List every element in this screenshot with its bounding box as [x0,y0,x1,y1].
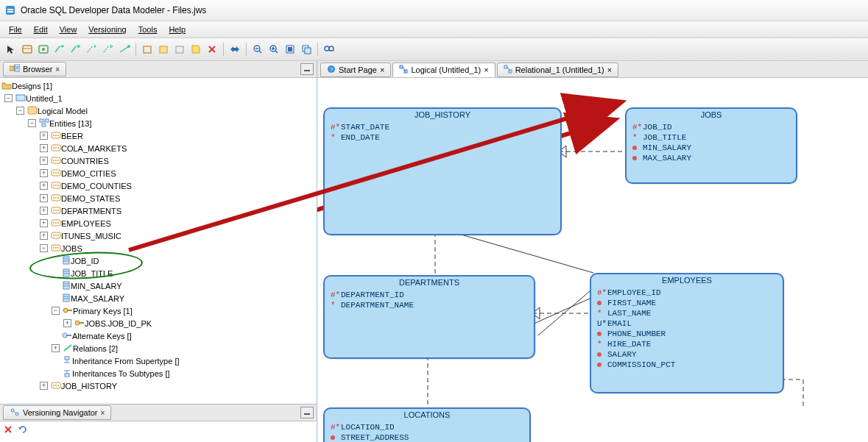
rel1-icon[interactable] [53,43,66,56]
tab-start[interactable]: ?Start Page× [320,63,391,77]
svg-point-70 [57,210,59,211]
tree-attr-minsalary[interactable]: MIN_SALARY [0,279,317,292]
fit-icon[interactable] [283,43,297,56]
menu-versioning[interactable]: Versioning [82,23,132,36]
svg-point-68 [53,210,54,211]
entity-icon [51,206,61,216]
versioning-panel: Versioning Navigator × [0,404,317,442]
tab-relational[interactable]: Relational_1 (Untitled_1)× [497,63,619,77]
tree-attr-jobtitle[interactable]: JOB_TITLE [0,267,317,279]
tree-ak[interactable]: Alternate Keys [] [0,329,317,342]
search-icon[interactable] [322,43,336,56]
copy-icon[interactable] [300,43,313,56]
rel2-icon[interactable] [69,43,82,56]
left-panel: Browser × Designs [1] − Untitled_1 − Log… [0,61,317,442]
zoom-out-icon[interactable] [251,43,264,56]
entity-employees[interactable]: EMPLOYEES #*EMPLOYEE_ID FIRST_NAME *LAST… [590,273,784,393]
minimize-icon[interactable] [300,407,314,418]
note-icon[interactable] [189,43,202,56]
tree-inh-super[interactable]: Inheritance From Supertype [] [0,354,317,367]
tab-logical[interactable]: Logical (Untitled_1)× [392,63,495,77]
close-icon[interactable]: × [380,65,384,74]
tree-entity-cola[interactable]: + COLA_MARKETS [0,142,317,154]
entity-locations[interactable]: LOCATIONS #*LOCATION_ID STREET_ADDRESS P… [323,407,531,442]
svg-point-110 [55,385,57,386]
logical-icon [27,106,38,116]
app-icon [4,4,16,16]
svg-rect-14 [176,46,183,53]
tree-entity-demo-counties[interactable]: + DEMO_COUNTIES [0,179,317,192]
key-icon [62,331,72,341]
menu-help[interactable]: Help [163,23,191,36]
entity-icon [51,243,61,254]
entity-title: LOCATIONS [325,409,529,421]
browser-tab-label: Browser [23,65,52,74]
entity-jobs[interactable]: JOBS #*JOB_ID *JOB_TITLE MIN_SALARY MAX_… [625,107,797,184]
browser-tree[interactable]: Designs [1] − Untitled_1 − Logical Model… [0,78,317,404]
rel5-icon[interactable] [118,43,131,56]
refresh-icon[interactable] [18,424,28,436]
box2-icon[interactable] [157,43,170,56]
close-icon[interactable]: × [55,65,60,74]
svg-rect-98 [79,322,84,324]
delete-icon[interactable] [3,424,13,436]
tree-entity-jobhistory[interactable]: + JOB_HISTORY [0,379,317,392]
column-icon [62,281,71,291]
zoom-in-icon[interactable] [267,43,280,56]
tree-attr-jobid[interactable]: JOB_ID [0,254,317,267]
tree-logical[interactable]: − Logical Model [0,104,317,117]
svg-point-82 [57,247,59,249]
svg-point-73 [55,222,57,224]
entity-departments[interactable]: DEPARTMENTS #*DEPARTMENT_ID *DEPARTMENT_… [323,275,535,359]
tree-pk[interactable]: − Primary Keys [1] [0,304,317,317]
tree-entity-jobs[interactable]: − JOBS [0,242,317,254]
entity-icon [51,143,61,154]
menu-tools[interactable]: Tools [133,23,163,36]
entity-icon[interactable] [21,43,34,56]
diagram-canvas[interactable]: JOB_HISTORY #*START_DATE *END_DATE JOBS … [317,78,868,442]
tree-entity-countries[interactable]: + COUNTRIES [0,154,317,167]
entity-job-history[interactable]: JOB_HISTORY #*START_DATE *END_DATE [323,107,562,235]
tree-entity-beer[interactable]: + BEER [0,129,317,142]
versioning-tab[interactable]: Versioning Navigator × [3,405,111,420]
svg-rect-34 [15,68,20,71]
tree-entity-departments[interactable]: + DEPARTMENTS [0,204,317,217]
close-icon[interactable]: × [484,65,488,74]
engineer-icon[interactable] [228,43,241,56]
tree-untitled[interactable]: − Untitled_1 [0,92,317,104]
browser-tab[interactable]: Browser × [3,62,66,76]
box3-icon[interactable] [173,43,186,56]
close-icon[interactable]: × [101,409,105,417]
svg-line-134 [532,299,590,324]
pointer-icon[interactable] [4,43,18,56]
tree-pk-item[interactable]: + JOBS.JOB_ID_PK [0,317,317,329]
minimize-icon[interactable] [300,63,314,75]
tree-entity-itunes[interactable]: + ITUNES_MUSIC [0,229,317,242]
tree-attr-maxsalary[interactable]: MAX_SALARY [0,292,317,304]
delete-icon[interactable] [205,43,219,56]
view-icon[interactable] [37,43,50,56]
rel3-icon[interactable] [85,43,99,56]
tree-relations[interactable]: + Relations [2] [0,342,317,354]
svg-point-44 [53,135,54,136]
tree-entities[interactable]: − Entities [13] [0,117,317,129]
inherit-icon [62,356,72,366]
tree-designs[interactable]: Designs [1] [0,79,317,92]
svg-rect-100 [66,335,71,336]
svg-rect-40 [40,119,43,122]
menu-edit[interactable]: Edit [28,23,54,36]
tree-inh-sub[interactable]: Inheritances To Subtypes [] [0,367,317,379]
svg-rect-2 [7,11,13,13]
svg-line-101 [64,345,71,351]
menu-file[interactable]: File [3,23,28,36]
rel4-icon[interactable] [102,43,115,56]
box1-icon[interactable] [141,43,154,56]
toolbar-separator [223,43,224,56]
close-icon[interactable]: × [607,65,612,74]
toolbar-separator [246,43,247,56]
menu-view[interactable]: View [54,23,83,36]
tree-entity-demo-states[interactable]: + DEMO_STATES [0,192,317,204]
tree-entity-employees[interactable]: + EMPLOYEES [0,217,317,229]
tree-entity-demo-cities[interactable]: + DEMO_CITIES [0,167,317,179]
svg-rect-42 [42,124,46,126]
